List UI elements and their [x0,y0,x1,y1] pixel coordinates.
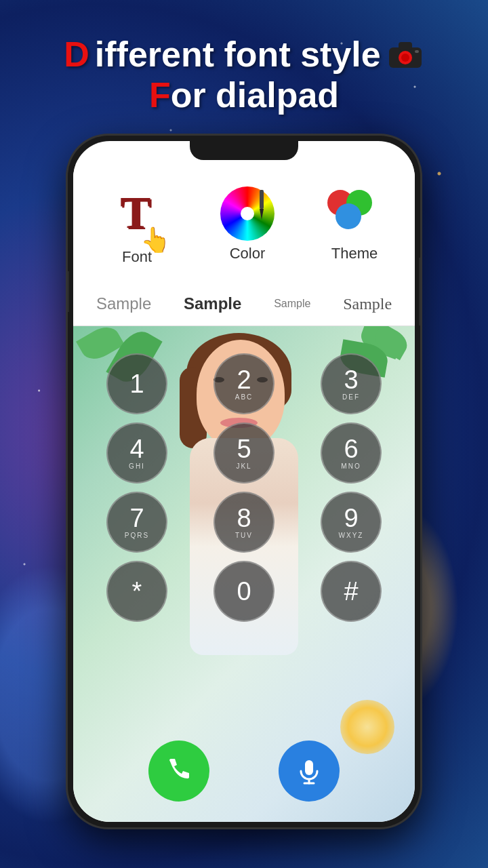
hand-cursor-icon: 👆 [140,226,171,254]
dial-sub-2: ABC [235,393,253,401]
svg-marker-6 [260,209,264,220]
theme-circle-blue [336,203,361,229]
dial-sub-3: DEF [342,393,360,401]
bottom-actions [73,741,415,802]
dial-num-0: 0 [237,578,251,604]
svg-rect-1 [399,42,412,50]
dialpad-grid: 1 2 ABC 3 DEF 4 GHI [73,353,415,630]
sample-bold: Sample [184,294,241,313]
toolbar-color[interactable]: Color [220,186,274,262]
dial-btn-hash[interactable]: # [321,561,382,622]
dial-num-6: 6 [344,436,358,462]
dialpad-background: 1 2 ABC 3 DEF 4 GHI [73,326,415,822]
dial-btn-5[interactable]: 5 JKL [214,422,274,484]
dial-num-7: 7 [129,505,144,531]
dial-btn-8[interactable]: 8 TUV [214,492,274,553]
title-rest1: ifferent font style [95,34,381,75]
dial-num-4: 4 [129,436,144,462]
dial-num-9: 9 [344,505,358,531]
dial-sub-6: MNO [341,462,361,470]
dial-btn-7[interactable]: 7 PQRS [106,492,167,553]
theme-icon-wrapper [327,186,382,241]
title-f-letter: F [149,75,171,115]
dial-btn-3[interactable]: 3 DEF [321,353,382,414]
svg-rect-7 [305,760,313,775]
toolbar-theme[interactable]: Theme [327,186,382,262]
svg-rect-5 [260,190,264,209]
dial-sub-7: PQRS [125,532,149,539]
camera-icon [386,39,424,69]
color-wheel-container [220,186,274,241]
sample-serif: Sample [343,295,392,313]
svg-point-3 [401,54,409,62]
dial-sub-9: WXYZ [339,532,364,539]
dialpad-row-3: 7 PQRS 8 TUV 9 WXYZ [83,492,405,553]
dialpad-row-4: * 0 # [83,561,405,622]
sample-light: Sample [96,294,151,313]
volume-button-left [68,271,69,312]
dialpad-row-1: 1 2 ABC 3 DEF [83,353,405,414]
dial-sub-8: TUV [235,532,253,539]
call-button[interactable] [148,741,209,802]
dial-num-hash: # [344,578,358,604]
color-wheel-center [241,207,254,220]
phone-screen: T 👆 Font Color [73,141,415,822]
dial-btn-0[interactable]: 0 [214,561,274,622]
dial-btn-6[interactable]: 6 MNO [321,422,382,484]
color-label: Color [230,245,266,262]
theme-label: Theme [331,245,378,262]
dial-num-star: * [132,578,142,604]
dial-num-8: 8 [237,505,251,531]
dial-btn-star[interactable]: * [106,561,167,622]
theme-circles [327,190,382,237]
phone-icon [164,756,194,786]
phone-mockup: T 👆 Font Color [68,136,420,827]
dialpad-row-2: 4 GHI 5 JKL 6 MNO [83,422,405,484]
title-d-letter: D [64,34,89,75]
title-area: Different font style For dialpad [0,0,488,149]
font-samples-row: Sample Sample Sample Sample [73,282,415,326]
mic-icon [294,756,324,786]
dial-btn-4[interactable]: 4 GHI [106,422,167,484]
dial-num-2: 2 [237,367,251,393]
svg-rect-4 [415,50,419,53]
phone-notch [190,141,298,160]
toolbar: T 👆 Font Color [73,160,415,282]
dial-sub-4: GHI [129,462,145,470]
title-line2: For dialpad [149,75,339,115]
font-icon-wrapper: T 👆 [106,183,167,244]
dial-num-3: 3 [344,367,358,393]
dial-btn-2[interactable]: 2 ABC [214,353,274,414]
color-picker-icon [254,190,269,220]
toolbar-font[interactable]: T 👆 Font [106,183,167,266]
dial-num-5: 5 [237,436,251,462]
dial-sub-5: JKL [236,462,251,470]
mic-button[interactable] [279,741,340,802]
dial-btn-9[interactable]: 9 WXYZ [321,492,382,553]
power-button-right [419,258,420,326]
dial-btn-1[interactable]: 1 [106,353,167,414]
sample-small: Sample [274,298,310,310]
title-rest2: or dialpad [171,75,339,115]
dial-num-1: 1 [129,371,144,397]
title-line1: Different font style [64,34,424,75]
